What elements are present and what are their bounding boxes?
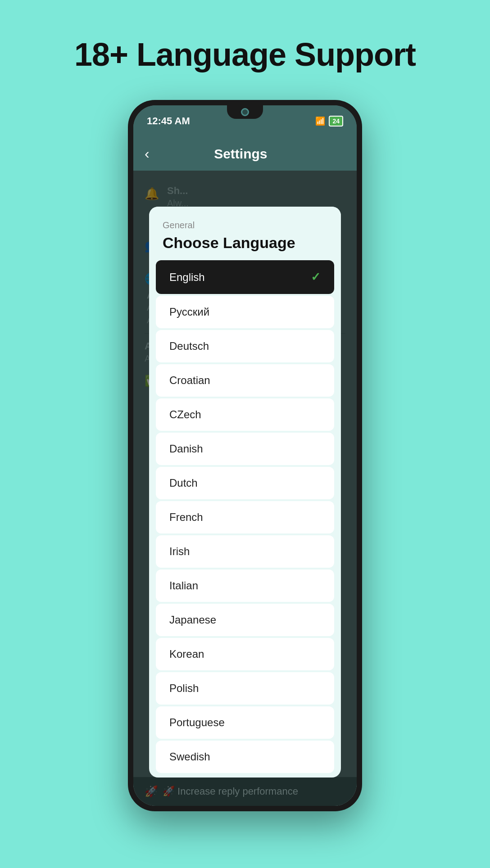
- language-name: French: [169, 511, 203, 524]
- language-name: CZech: [169, 408, 201, 421]
- language-item-русский[interactable]: Русский: [156, 296, 334, 328]
- phone-screen: 12:45 AM 📶 24 ‹ Settings 🔔 Sh... Alw... …: [133, 105, 357, 806]
- language-name: Croatian: [169, 374, 210, 387]
- notch: [227, 105, 263, 119]
- phone-shell: 12:45 AM 📶 24 ‹ Settings 🔔 Sh... Alw... …: [128, 100, 362, 811]
- language-name: Italian: [169, 579, 198, 592]
- status-icons: 📶 24: [315, 116, 343, 127]
- language-name: Irish: [169, 545, 190, 558]
- modal-title: Choose Language: [163, 234, 327, 252]
- status-time: 12:45 AM: [147, 115, 190, 127]
- language-modal: General Choose Language English✓РусскийD…: [149, 207, 341, 778]
- top-bar-title: Settings: [159, 146, 323, 162]
- language-item-dutch[interactable]: Dutch: [156, 467, 334, 499]
- language-item-croatian[interactable]: Croatian: [156, 364, 334, 397]
- language-item-swedish[interactable]: Swedish: [156, 741, 334, 773]
- language-name: Русский: [169, 306, 209, 318]
- language-item-italian[interactable]: Italian: [156, 570, 334, 602]
- language-item-japanese[interactable]: Japanese: [156, 604, 334, 636]
- status-bar: 12:45 AM 📶 24: [133, 105, 357, 137]
- top-bar: ‹ Settings: [133, 137, 357, 171]
- language-item-czech[interactable]: CZech: [156, 398, 334, 431]
- language-name: Korean: [169, 648, 204, 660]
- language-name: Polish: [169, 682, 199, 695]
- back-button[interactable]: ‹: [145, 145, 150, 162]
- language-item-english[interactable]: English✓: [156, 260, 334, 294]
- language-name: Danish: [169, 443, 203, 455]
- language-name: Swedish: [169, 750, 210, 763]
- modal-subtitle: General: [163, 220, 327, 231]
- language-item-deutsch[interactable]: Deutsch: [156, 330, 334, 362]
- language-name: Deutsch: [169, 340, 209, 353]
- language-name: Japanese: [169, 614, 216, 626]
- settings-background: 🔔 Sh... Alw... Dis... Fo... 👥 Au... 🌐 Ap…: [133, 171, 357, 806]
- language-item-irish[interactable]: Irish: [156, 535, 334, 568]
- signal-icon: 📶: [315, 116, 325, 126]
- language-name: Portuguese: [169, 716, 225, 729]
- language-name: Dutch: [169, 477, 198, 489]
- modal-header: General Choose Language: [149, 207, 341, 258]
- battery-icon: 24: [329, 116, 343, 127]
- selected-check-icon: ✓: [311, 270, 321, 284]
- language-list: English✓РусскийDeutschCroatianCZechDanis…: [149, 258, 341, 778]
- language-item-french[interactable]: French: [156, 501, 334, 533]
- language-item-polish[interactable]: Polish: [156, 672, 334, 705]
- language-item-danish[interactable]: Danish: [156, 433, 334, 465]
- language-name: English: [169, 271, 205, 284]
- language-item-portuguese[interactable]: Portuguese: [156, 706, 334, 739]
- page-headline: 18+ Language Support: [74, 36, 416, 73]
- language-item-korean[interactable]: Korean: [156, 638, 334, 670]
- camera-dot: [241, 108, 249, 116]
